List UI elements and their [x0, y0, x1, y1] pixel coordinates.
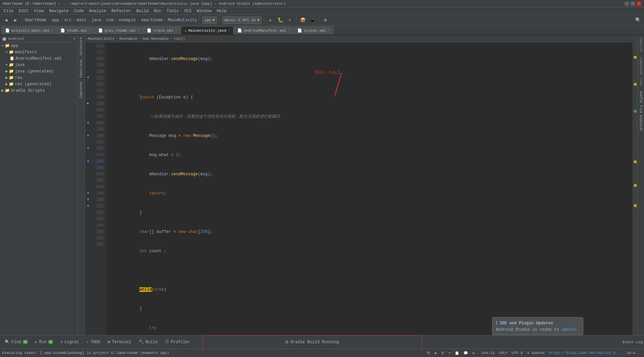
ime-mic[interactable]: 🎙: [441, 351, 445, 355]
ime-chinese[interactable]: 中: [427, 351, 430, 356]
maximize-button[interactable]: □: [630, 1, 635, 6]
config-dropdown[interactable]: app ▼: [202, 17, 217, 24]
run-tab[interactable]: ▶ Run 4: [32, 337, 56, 347]
tab-close-icon[interactable]: ×: [51, 29, 53, 32]
tab-close-icon[interactable]: ×: [175, 29, 177, 32]
ime-clip[interactable]: 📋: [455, 351, 459, 355]
smarthome-path[interactable]: smarthome: [141, 18, 163, 23]
bookmark-238[interactable]: ◉: [86, 120, 90, 125]
code-editor[interactable]: MainActivity › Runnable › new Runnable ›…: [85, 35, 637, 335]
tab-activity-main[interactable]: 📄 activity_main.xml ×: [1, 26, 57, 34]
menu-build[interactable]: Build: [134, 8, 151, 14]
tab-mainactivity[interactable]: ☕ MainActivity.java ×: [181, 26, 234, 34]
menu-file[interactable]: File: [1, 8, 16, 14]
code-text[interactable]: mHandler.sendMessage(msg); }catch (Excep…: [106, 42, 633, 335]
structure-tab[interactable]: Structure: [79, 35, 84, 57]
ime-star[interactable]: ✱: [434, 351, 437, 355]
bookmark-242[interactable]: ◉: [86, 146, 90, 150]
avd-manager-icon[interactable]: 📱: [308, 16, 316, 24]
tab-close-icon[interactable]: ×: [228, 29, 230, 32]
bookmark-244[interactable]: ◉: [86, 158, 90, 163]
tab-close-icon[interactable]: ×: [328, 29, 330, 32]
breakpoint-226[interactable]: ●: [86, 75, 90, 80]
com-path[interactable]: com: [106, 18, 114, 23]
menu-window[interactable]: Window: [194, 8, 214, 14]
ime-settings[interactable]: ⚙: [472, 351, 475, 355]
code-content[interactable]: ● ▶ ◉ ◉ ◉ ◉ ◉ ◉ ◉ 226 227 228 229 230 23…: [85, 42, 637, 335]
bc-run[interactable]: run(): [174, 37, 185, 41]
tree-manifests[interactable]: ▾ 📁 manifests: [0, 49, 77, 55]
tree-gradle-scripts[interactable]: ▶ 📁 Gradle Scripts: [0, 87, 77, 94]
tab-styles[interactable]: 📄 styles.xml ×: [294, 26, 333, 34]
file-explorer-tab[interactable]: Useful File Explorer: [638, 88, 643, 134]
bc-runnable[interactable]: Runnable: [119, 37, 137, 41]
bookmark-249[interactable]: ◉: [86, 190, 90, 195]
event-log-button[interactable]: Event Log: [623, 340, 643, 345]
menu-help[interactable]: Help: [214, 8, 229, 14]
bookmark-240[interactable]: ◉: [86, 133, 90, 138]
menu-run[interactable]: Run: [152, 8, 164, 14]
tab-close-icon[interactable]: ×: [288, 29, 290, 32]
device-dropdown[interactable]: Nexus 5 API 28 ▼: [222, 17, 262, 24]
menu-edit[interactable]: Edit: [17, 8, 31, 14]
bookmark-251[interactable]: ◉: [86, 203, 90, 208]
ime-chat[interactable]: 💬: [463, 351, 468, 355]
indent-text[interactable]: 4 spaces: [527, 351, 545, 355]
tab-androidmanifest[interactable]: 📄 AndroidManifest.xml ×: [234, 26, 293, 34]
project-name[interactable]: SmartHome: [25, 18, 47, 23]
encoding-text[interactable]: UTF-8: [512, 351, 523, 355]
example-path[interactable]: example: [119, 18, 136, 23]
forward-button[interactable]: ▶: [11, 16, 20, 24]
src-path[interactable]: src: [64, 18, 72, 23]
terminal-tab[interactable]: ⊞ Terminal: [104, 337, 135, 347]
menu-analyze[interactable]: Analyze: [87, 8, 108, 14]
tree-androidmanifest[interactable]: 📋 AndroidManifest.xml: [0, 55, 77, 62]
menu-tools[interactable]: Tools: [164, 8, 181, 14]
tab-close-icon[interactable]: ×: [137, 29, 139, 32]
sdk-manager-icon[interactable]: 📦: [299, 16, 307, 24]
status-url[interactable]: https://blog.csdn.net/weixin_4...: [549, 351, 622, 355]
tree-res[interactable]: ▶ 📁 res: [0, 75, 77, 81]
menu-view[interactable]: View: [32, 8, 46, 14]
menu-refactor[interactable]: Refactor: [109, 8, 133, 14]
module-name[interactable]: app: [52, 18, 59, 23]
tree-java-generated[interactable]: ▶ 📁 java (generated): [0, 68, 77, 75]
title-bar-controls[interactable]: — □ ✕: [624, 1, 641, 6]
settings-icon[interactable]: ⚙: [321, 16, 329, 24]
tree-java[interactable]: ▾ 📁 java: [0, 62, 77, 68]
bc-new-runnable[interactable]: new Runnable: [142, 37, 169, 41]
run-button[interactable]: ▶: [267, 16, 275, 24]
menu-vcs[interactable]: VCS: [182, 8, 194, 14]
menu-code[interactable]: Code: [72, 8, 86, 14]
tab-close-icon[interactable]: ×: [89, 29, 91, 32]
tree-res-generated[interactable]: ▶ 📁 res (generated): [0, 81, 77, 87]
build-tab[interactable]: 🔨 Build: [135, 337, 161, 347]
debug-button[interactable]: 🐛: [276, 16, 284, 24]
java-path[interactable]: java: [91, 18, 101, 23]
main-path[interactable]: main: [77, 18, 86, 23]
profiler-tab[interactable]: ⏱ Profiler: [162, 337, 194, 347]
bc-mainactivity[interactable]: MainActivity: [88, 37, 114, 41]
file-path[interactable]: MainActivity: [168, 18, 197, 23]
captures-tab[interactable]: Captures: [79, 80, 84, 100]
tree-app[interactable]: ▾ 📁 app: [0, 42, 77, 49]
update-link[interactable]: update.: [561, 327, 578, 332]
logcat-tab[interactable]: ≡ Logcat: [57, 337, 82, 347]
project-gear-icon[interactable]: ⚙: [73, 36, 75, 41]
menu-navigate[interactable]: Navigate: [47, 8, 71, 14]
todo-tab[interactable]: ✓ TODO: [83, 337, 104, 347]
crlf-text[interactable]: CRLF: [499, 351, 508, 355]
search-everywhere-icon[interactable]: 🔍: [634, 16, 642, 24]
palette-tab[interactable]: Palette: [638, 35, 643, 55]
apply-changes-button[interactable]: ⚡: [286, 16, 294, 24]
tab-gray-thumb[interactable]: 📄 gray_thumb.xml ×: [95, 26, 143, 34]
back-button[interactable]: ◀: [2, 16, 10, 24]
component-tree-tab[interactable]: Component Tree: [638, 55, 643, 88]
minimize-button[interactable]: —: [624, 1, 629, 6]
ime-kb[interactable]: ⌨: [449, 351, 451, 355]
favorites-tab[interactable]: Favorites: [79, 57, 84, 80]
tab-track[interactable]: 📄 track.xml ×: [143, 26, 181, 34]
bookmark-250[interactable]: ◉: [86, 197, 90, 202]
close-button[interactable]: ✕: [637, 1, 641, 6]
tab-thumb[interactable]: 📄 thumb.xml ×: [57, 26, 94, 34]
